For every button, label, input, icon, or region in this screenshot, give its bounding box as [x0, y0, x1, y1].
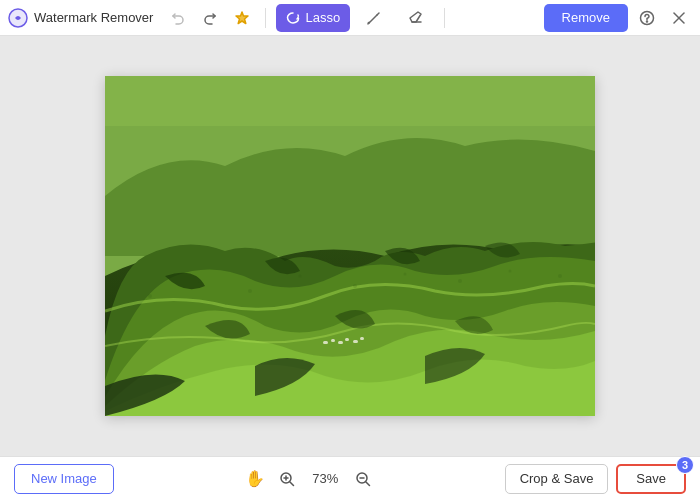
lasso-tool-button[interactable]: Lasso [276, 4, 350, 32]
zoom-level: 73% [307, 471, 343, 486]
undo-icon [171, 11, 185, 25]
save-badge: 3 [676, 456, 694, 474]
svg-point-22 [458, 279, 462, 283]
close-window-button[interactable] [666, 5, 692, 31]
svg-rect-11 [338, 341, 343, 344]
right-actions: Crop & Save Save 3 [505, 464, 686, 494]
landscape-image [105, 76, 595, 416]
help-icon [639, 10, 655, 26]
erase-icon [408, 10, 424, 26]
redo-icon [203, 11, 217, 25]
new-image-button[interactable]: New Image [14, 464, 114, 494]
crop-save-button[interactable]: Crop & Save [505, 464, 609, 494]
svg-line-30 [366, 482, 370, 486]
svg-rect-12 [345, 338, 349, 341]
svg-rect-14 [360, 337, 364, 340]
help-button[interactable] [634, 5, 660, 31]
app-title: Watermark Remover [34, 10, 153, 25]
erase-tool-button[interactable] [398, 4, 434, 32]
app-logo-icon [8, 8, 28, 28]
close-icon [673, 12, 685, 24]
pan-tool-button[interactable]: ✋ [243, 467, 267, 491]
brush-tool-button[interactable] [356, 4, 392, 32]
image-container [105, 76, 595, 416]
save-wrapper: Save 3 [616, 464, 686, 494]
brush-icon [366, 10, 382, 26]
svg-line-26 [290, 482, 294, 486]
undo-button[interactable] [165, 5, 191, 31]
zoom-out-button[interactable] [351, 467, 375, 491]
zoom-out-icon [355, 471, 371, 487]
svg-point-21 [404, 273, 407, 276]
svg-rect-13 [353, 340, 358, 343]
svg-point-20 [353, 284, 357, 288]
svg-point-24 [558, 274, 562, 278]
lasso-icon [286, 11, 300, 25]
toolbar-divider [265, 8, 266, 28]
bottom-bar: New Image ✋ 73% [0, 456, 700, 500]
redo-button[interactable] [197, 5, 223, 31]
canvas-area [0, 36, 700, 456]
magic-tool-button[interactable] [229, 5, 255, 31]
svg-rect-10 [331, 339, 335, 342]
title-bar: Watermark Remover Lasso [0, 0, 700, 36]
svg-point-17 [199, 280, 202, 283]
svg-rect-15 [105, 76, 595, 126]
zoom-in-icon [279, 471, 295, 487]
svg-point-18 [248, 289, 252, 293]
svg-point-5 [647, 21, 648, 22]
svg-point-19 [299, 275, 302, 278]
svg-marker-2 [236, 12, 248, 24]
remove-button[interactable]: Remove [544, 4, 628, 32]
zoom-in-button[interactable] [275, 467, 299, 491]
toolbar-divider2 [444, 8, 445, 28]
svg-rect-9 [323, 341, 328, 344]
svg-point-16 [148, 294, 152, 298]
main-image [105, 76, 595, 416]
pan-icon: ✋ [245, 469, 265, 488]
zoom-controls: ✋ 73% [124, 467, 495, 491]
svg-point-23 [509, 270, 512, 273]
magic-icon [234, 10, 250, 26]
